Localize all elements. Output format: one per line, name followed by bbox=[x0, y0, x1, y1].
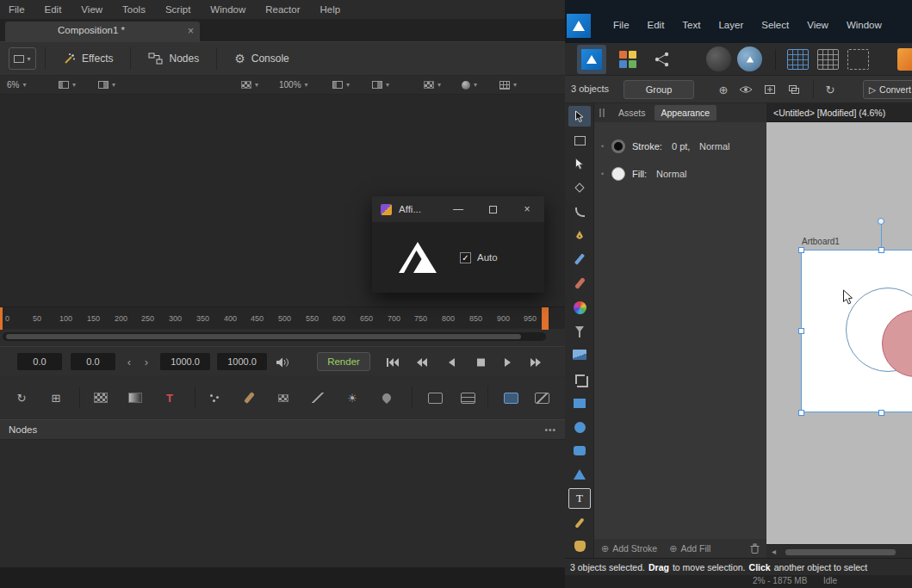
particles-node-button[interactable] bbox=[202, 387, 227, 409]
insert-inside-button[interactable] bbox=[760, 82, 780, 97]
merge-node-button[interactable] bbox=[422, 387, 448, 409]
menu-reactor[interactable]: Reactor bbox=[265, 4, 300, 15]
snapping-grid-button[interactable] bbox=[787, 49, 809, 70]
viewer-node-button[interactable] bbox=[498, 387, 524, 409]
pencil-tool[interactable] bbox=[568, 249, 591, 269]
range-end-field[interactable]: 1000.0 bbox=[160, 353, 210, 370]
fill-swatch[interactable] bbox=[611, 167, 625, 181]
alignment-button[interactable]: ⊕ bbox=[713, 82, 734, 97]
menu-file[interactable]: File bbox=[9, 4, 25, 15]
pixel-persona-button[interactable] bbox=[617, 48, 639, 71]
selection-bounding-box[interactable] bbox=[801, 250, 912, 412]
artboard-label[interactable]: Artboard1 bbox=[802, 237, 840, 246]
scrollbar-handle[interactable] bbox=[6, 334, 521, 339]
menu-view[interactable]: View bbox=[81, 4, 102, 15]
render-range-end-marker[interactable] bbox=[542, 307, 549, 330]
panel-grip-icon[interactable] bbox=[599, 108, 605, 117]
vector-brush-tool[interactable] bbox=[568, 273, 591, 294]
node-layout-button[interactable]: ⊞ bbox=[43, 387, 69, 409]
timeline-ruler[interactable]: 0 50 100 150 200 250 300 350 400 450 500… bbox=[0, 306, 565, 329]
merge3d-node-button[interactable] bbox=[455, 387, 481, 409]
render-button[interactable]: Render bbox=[317, 352, 370, 371]
menu-tools[interactable]: Tools bbox=[122, 4, 146, 15]
stop-button[interactable] bbox=[468, 354, 493, 371]
menu-window[interactable]: Window bbox=[210, 4, 245, 15]
viewer-pane2-dropdown[interactable] bbox=[95, 77, 119, 92]
pen-sphere-button[interactable] bbox=[737, 46, 762, 71]
auto-checkbox-group[interactable]: ✓ Auto bbox=[460, 252, 498, 263]
text-node-button[interactable]: T bbox=[157, 387, 183, 409]
insert-behind-button[interactable] bbox=[784, 82, 804, 97]
export-button[interactable] bbox=[897, 48, 912, 71]
rotation-handle[interactable] bbox=[878, 218, 884, 225]
transparency-tool[interactable] bbox=[568, 321, 591, 342]
expand-button[interactable] bbox=[529, 387, 555, 409]
loader-node-button[interactable]: ↻ bbox=[9, 387, 34, 409]
node-graph-canvas[interactable] bbox=[0, 440, 565, 567]
color-node-button[interactable] bbox=[374, 387, 400, 409]
play-button[interactable] bbox=[496, 354, 520, 371]
selection-handle-top-middle[interactable] bbox=[878, 247, 884, 253]
view-layout-button[interactable]: ▾ bbox=[9, 47, 36, 70]
pan-tool[interactable] bbox=[568, 535, 591, 556]
node-tool[interactable] bbox=[568, 153, 591, 174]
fast-rewind-button[interactable] bbox=[410, 354, 434, 371]
ellipse-tool[interactable] bbox=[568, 417, 591, 437]
text-tool[interactable]: T bbox=[568, 488, 591, 509]
global-end-field[interactable]: 1000.0 bbox=[217, 353, 267, 370]
fill-tool[interactable] bbox=[568, 297, 591, 318]
add-stroke-button[interactable]: Add Stroke bbox=[612, 543, 657, 554]
minimize-button[interactable]: — bbox=[441, 196, 475, 222]
checker-dropdown-right[interactable] bbox=[420, 77, 444, 92]
sphere-tool-button[interactable] bbox=[706, 46, 731, 71]
stroke-row[interactable]: • Stroke: 0 pt, Normal bbox=[594, 136, 766, 158]
zoom-right-dropdown[interactable]: 100% bbox=[276, 77, 312, 92]
matte-node-button[interactable] bbox=[270, 387, 296, 409]
render-range-start-marker[interactable] bbox=[0, 307, 3, 330]
nodes-button[interactable]: Nodes bbox=[140, 48, 208, 69]
canvas[interactable]: Artboard1 bbox=[766, 122, 912, 544]
sphere-dropdown[interactable] bbox=[458, 77, 481, 92]
scroll-left-arrow-icon[interactable]: ◂ bbox=[772, 547, 776, 556]
menu-script[interactable]: Script bbox=[165, 4, 190, 15]
designer-persona-button[interactable] bbox=[577, 45, 606, 74]
canvas-horizontal-scrollbar[interactable]: ◂ bbox=[766, 544, 912, 558]
selection-handle-top-left[interactable] bbox=[798, 247, 804, 253]
scrollbar-handle[interactable] bbox=[785, 549, 896, 555]
visibility-button[interactable] bbox=[735, 82, 756, 97]
maximize-button[interactable] bbox=[475, 196, 510, 222]
dialog-titlebar[interactable]: Affi... — × bbox=[372, 196, 544, 222]
checkbox-checked-icon[interactable]: ✓ bbox=[460, 252, 471, 263]
console-button[interactable]: ⚙ Console bbox=[226, 47, 298, 70]
document-tab[interactable]: <Untitled> [Modified] (4.6%) bbox=[766, 103, 912, 122]
corner-tool[interactable] bbox=[568, 201, 591, 222]
color-picker-tool[interactable] bbox=[568, 512, 591, 533]
range-start-field[interactable]: 0.0 bbox=[17, 353, 62, 370]
close-icon[interactable]: × bbox=[188, 25, 194, 37]
convert-to-curves-button[interactable]: ▷ Convert t bbox=[863, 80, 912, 99]
fastnoise-node-button[interactable] bbox=[122, 387, 148, 409]
menu-help[interactable]: Help bbox=[320, 4, 341, 15]
pen-tool[interactable] bbox=[568, 226, 591, 246]
background-node-button[interactable] bbox=[88, 387, 114, 409]
export-persona-button[interactable] bbox=[651, 49, 673, 70]
rotate-button[interactable]: ↻ bbox=[820, 82, 841, 97]
close-button[interactable]: × bbox=[510, 196, 544, 222]
selection-handle-bottom-middle[interactable] bbox=[878, 410, 884, 416]
step-back-button[interactable]: ‹ bbox=[122, 353, 136, 370]
mask-node-button[interactable] bbox=[305, 387, 331, 409]
triangle-tool[interactable] bbox=[568, 464, 591, 485]
tab-appearance[interactable]: Appearance bbox=[655, 105, 717, 121]
composition-tab[interactable]: Composition1 * × bbox=[5, 22, 200, 41]
current-frame-field[interactable]: 0.0 bbox=[71, 353, 115, 370]
step-forward-button[interactable]: › bbox=[140, 353, 153, 370]
light-node-button[interactable]: ☀ bbox=[339, 387, 365, 409]
fast-forward-button[interactable] bbox=[524, 354, 548, 371]
selection-handle-middle-left[interactable] bbox=[798, 328, 804, 334]
viewer-pane-dropdown-right[interactable] bbox=[329, 77, 353, 92]
add-fill-button[interactable]: Add Fill bbox=[680, 543, 710, 554]
grid-dropdown[interactable] bbox=[496, 77, 520, 92]
menu-file[interactable]: File bbox=[613, 20, 630, 30]
pixel-grid-button[interactable] bbox=[817, 49, 839, 70]
place-image-tool[interactable] bbox=[568, 344, 591, 365]
